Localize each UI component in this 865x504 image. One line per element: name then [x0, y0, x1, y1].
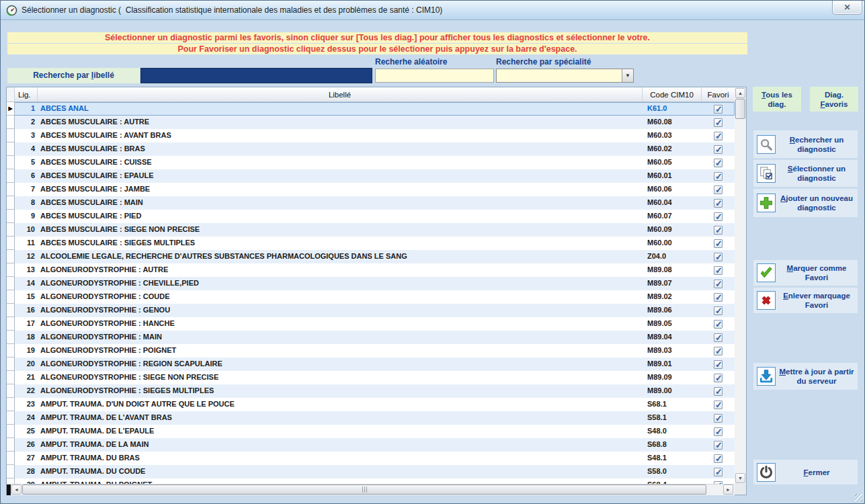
- mettre-a-jour-button[interactable]: Mettre à jour à partir du serveur: [753, 363, 858, 390]
- favori-checkbox[interactable]: [714, 132, 723, 140]
- table-row[interactable]: 22ALGONEURODYSTROPHIE : SIEGES MULTIPLES…: [7, 384, 735, 398]
- scroll-down-button[interactable]: ▼: [735, 473, 745, 483]
- table-row[interactable]: 24AMPUT. TRAUMA. DE L'AVANT BRASS58.1: [7, 411, 735, 425]
- favori-checkbox[interactable]: [714, 387, 723, 396]
- table-row[interactable]: 26AMPUT. TRAUMA. DE LA MAINS68.8: [7, 438, 735, 452]
- selectionner-diagnostic-button[interactable]: Sélectionner un diagnostic: [753, 160, 858, 187]
- table-row[interactable]: 15ALGONEURODYSTROPHIE : COUDEM89.02: [7, 290, 735, 304]
- favori-checkbox[interactable]: [714, 212, 723, 221]
- vertical-scrollbar[interactable]: ▲ ▼: [735, 87, 746, 484]
- table-row[interactable]: 3ABCES MUSCULAIRE : AVANT BRASM60.03: [7, 129, 735, 142]
- scroll-up-button[interactable]: ▲: [735, 88, 745, 98]
- favori-checkbox[interactable]: [714, 454, 723, 463]
- horizontal-scrollbar[interactable]: ◄ ►: [7, 484, 735, 495]
- favori-checkbox[interactable]: [714, 306, 723, 315]
- row-libelle[interactable]: ABCES MUSCULAIRE : SIEGES MULTIPLES: [38, 237, 643, 250]
- table-row[interactable]: 14ALGONEURODYSTROPHIE : CHEVILLE,PIEDM89…: [7, 277, 735, 290]
- favori-checkbox[interactable]: [714, 253, 723, 261]
- row-libelle[interactable]: ABCES MUSCULAIRE : AVANT BRAS: [38, 129, 643, 142]
- header-favori[interactable]: Favori: [702, 87, 735, 101]
- row-libelle[interactable]: ABCES ANAL: [38, 102, 643, 116]
- table-row[interactable]: 18ALGONEURODYSTROPHIE : MAINM89.04: [7, 331, 735, 344]
- row-libelle[interactable]: AMPUT. TRAUMA. DU POIGNET: [38, 478, 643, 484]
- favori-checkbox[interactable]: [714, 360, 723, 369]
- favori-checkbox[interactable]: [714, 172, 723, 181]
- row-libelle[interactable]: ALGONEURODYSTROPHIE : SIEGES MULTIPLES: [38, 384, 643, 398]
- table-row[interactable]: 7ABCES MUSCULAIRE : JAMBEM60.06: [7, 183, 735, 196]
- row-libelle[interactable]: ABCES MUSCULAIRE : PIED: [38, 210, 643, 223]
- row-libelle[interactable]: ALGONEURODYSTROPHIE : GENOU: [38, 304, 643, 317]
- table-row[interactable]: ▶1ABCES ANALK61.0: [7, 102, 735, 116]
- favori-checkbox[interactable]: [714, 374, 723, 382]
- favori-checkbox[interactable]: [714, 427, 723, 436]
- vertical-scrollbar-thumb[interactable]: [735, 99, 745, 119]
- horizontal-scrollbar-thumb[interactable]: [22, 485, 706, 495]
- row-libelle[interactable]: AMPUT. TRAUMA. DE L'AVANT BRAS: [38, 411, 643, 425]
- enlever-favori-button[interactable]: Enlever marquage Favori: [753, 288, 858, 313]
- row-libelle[interactable]: ABCES MUSCULAIRE : CUISSE: [38, 156, 643, 169]
- row-libelle[interactable]: ABCES MUSCULAIRE : SIEGE NON PRECISE: [38, 223, 643, 237]
- row-libelle[interactable]: ALGONEURODYSTROPHIE : CHEVILLE,PIED: [38, 277, 643, 290]
- favori-checkbox[interactable]: [714, 401, 723, 409]
- row-libelle[interactable]: ALGONEURODYSTROPHIE : SIEGE NON PRECISE: [38, 371, 643, 384]
- row-libelle[interactable]: ALGONEURODYSTROPHIE : REGION SCAPULAIRE: [38, 358, 643, 371]
- header-lig[interactable]: Lig.: [15, 87, 38, 101]
- table-row[interactable]: 8ABCES MUSCULAIRE : MAINM60.04: [7, 196, 735, 210]
- favori-checkbox[interactable]: [714, 185, 723, 194]
- table-row[interactable]: 13ALGONEURODYSTROPHIE : AUTREM89.08: [7, 263, 735, 277]
- ajouter-diagnostic-button[interactable]: Ajouter un nouveau diagnostic: [753, 189, 858, 217]
- title-bar[interactable]: Sélectionner un diagnostic ( Classificat…: [1, 1, 864, 20]
- row-libelle[interactable]: AMPUT. TRAUMA. DU BRAS: [38, 452, 643, 465]
- row-libelle[interactable]: AMPUT. TRAUMA. DE L'EPAULE: [38, 425, 643, 438]
- row-libelle[interactable]: AMPUT. TRAUMA. D'UN DOIGT AUTRE QUE LE P…: [38, 398, 643, 411]
- scroll-left-button[interactable]: ◄: [11, 485, 22, 495]
- table-row[interactable]: 23AMPUT. TRAUMA. D'UN DOIGT AUTRE QUE LE…: [7, 398, 735, 411]
- table-row[interactable]: 11ABCES MUSCULAIRE : SIEGES MULTIPLESM60…: [7, 237, 735, 250]
- table-row[interactable]: 17ALGONEURODYSTROPHIE : HANCHEM89.05: [7, 317, 735, 331]
- table-row[interactable]: 28AMPUT. TRAUMA. DU COUDES58.0: [7, 465, 735, 478]
- table-row[interactable]: 6ABCES MUSCULAIRE : EPAULEM60.01: [7, 169, 735, 183]
- specialty-dropdown-button[interactable]: ▼: [622, 69, 633, 82]
- favori-checkbox[interactable]: [714, 293, 723, 302]
- favori-checkbox[interactable]: [714, 105, 723, 114]
- favori-checkbox[interactable]: [714, 468, 723, 476]
- marquer-favori-button[interactable]: Marquer comme Favori: [753, 260, 858, 286]
- table-row[interactable]: 9ABCES MUSCULAIRE : PIEDM60.07: [7, 210, 735, 223]
- favori-checkbox[interactable]: [714, 333, 723, 342]
- favori-checkbox[interactable]: [714, 280, 723, 288]
- table-row[interactable]: 29AMPUT. TRAUMA. DU POIGNETS68.4: [7, 478, 735, 484]
- favori-checkbox[interactable]: [714, 118, 723, 127]
- header-libelle[interactable]: Libellé: [38, 87, 643, 101]
- table-row[interactable]: 19ALGONEURODYSTROPHIE : POIGNETM89.03: [7, 344, 735, 358]
- favori-checkbox[interactable]: [714, 320, 723, 329]
- row-libelle[interactable]: ALCOOLEMIE LEGALE, RECHERCHE D'AUTRES SU…: [38, 250, 643, 263]
- row-libelle[interactable]: ABCES MUSCULAIRE : AUTRE: [38, 116, 643, 129]
- table-row[interactable]: 21ALGONEURODYSTROPHIE : SIEGE NON PRECIS…: [7, 371, 735, 384]
- favori-checkbox[interactable]: [714, 145, 723, 154]
- row-libelle[interactable]: ALGONEURODYSTROPHIE : HANCHE: [38, 317, 643, 331]
- close-button[interactable]: ✕: [832, 1, 862, 15]
- row-libelle[interactable]: ALGONEURODYSTROPHIE : POIGNET: [38, 344, 643, 358]
- favori-checkbox[interactable]: [714, 159, 723, 167]
- table-row[interactable]: 16ALGONEURODYSTROPHIE : GENOUM89.06: [7, 304, 735, 317]
- rechercher-diagnostic-button[interactable]: Rechercher un diagnostic: [753, 130, 858, 158]
- favori-checkbox[interactable]: [714, 199, 723, 208]
- row-libelle[interactable]: ABCES MUSCULAIRE : MAIN: [38, 196, 643, 210]
- row-libelle[interactable]: ABCES MUSCULAIRE : JAMBE: [38, 183, 643, 196]
- table-row[interactable]: 25AMPUT. TRAUMA. DE L'EPAULES48.0: [7, 425, 735, 438]
- libelle-search-input[interactable]: [140, 68, 372, 83]
- tous-les-diag-button[interactable]: Tous les diag.: [753, 87, 801, 112]
- row-libelle[interactable]: AMPUT. TRAUMA. DE LA MAIN: [38, 438, 643, 452]
- favori-checkbox[interactable]: [714, 239, 723, 248]
- fermer-button[interactable]: Fermer: [753, 460, 858, 485]
- scroll-right-button[interactable]: ►: [723, 485, 733, 495]
- table-row[interactable]: 2ABCES MUSCULAIRE : AUTREM60.08: [7, 116, 735, 129]
- specialty-combobox[interactable]: ▼: [496, 69, 634, 83]
- table-row[interactable]: 20ALGONEURODYSTROPHIE : REGION SCAPULAIR…: [7, 358, 735, 371]
- row-libelle[interactable]: ALGONEURODYSTROPHIE : AUTRE: [38, 263, 643, 277]
- table-row[interactable]: 27AMPUT. TRAUMA. DU BRASS48.1: [7, 452, 735, 465]
- row-libelle[interactable]: ABCES MUSCULAIRE : EPAULE: [38, 169, 643, 183]
- favori-checkbox[interactable]: [714, 266, 723, 275]
- row-libelle[interactable]: ALGONEURODYSTROPHIE : COUDE: [38, 290, 643, 304]
- favori-checkbox[interactable]: [714, 414, 723, 423]
